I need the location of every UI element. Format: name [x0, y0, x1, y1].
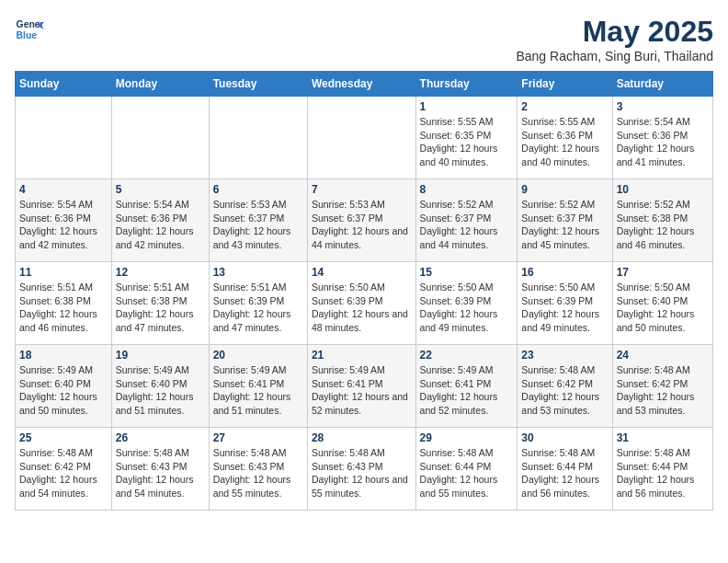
day-cell: 13Sunrise: 5:51 AMSunset: 6:39 PMDayligh…	[209, 262, 307, 345]
day-info: Sunrise: 5:48 AMSunset: 6:44 PMDaylight:…	[420, 446, 514, 500]
day-number: 11	[19, 266, 108, 279]
day-number: 16	[521, 266, 608, 279]
day-cell: 27Sunrise: 5:48 AMSunset: 6:43 PMDayligh…	[209, 428, 307, 511]
day-number: 6	[213, 183, 303, 196]
day-cell: 20Sunrise: 5:49 AMSunset: 6:41 PMDayligh…	[209, 345, 307, 428]
logo-icon: General Blue	[15, 15, 44, 44]
day-cell: 18Sunrise: 5:49 AMSunset: 6:40 PMDayligh…	[16, 345, 112, 428]
day-info: Sunrise: 5:51 AMSunset: 6:39 PMDaylight:…	[213, 281, 303, 335]
day-cell: 17Sunrise: 5:50 AMSunset: 6:40 PMDayligh…	[612, 262, 712, 345]
day-cell: 3Sunrise: 5:54 AMSunset: 6:36 PMDaylight…	[612, 97, 712, 179]
day-info: Sunrise: 5:48 AMSunset: 6:43 PMDaylight:…	[116, 446, 205, 500]
day-cell: 6Sunrise: 5:53 AMSunset: 6:37 PMDaylight…	[209, 179, 307, 262]
day-cell: 26Sunrise: 5:48 AMSunset: 6:43 PMDayligh…	[111, 428, 209, 511]
day-info: Sunrise: 5:48 AMSunset: 6:44 PMDaylight:…	[521, 446, 608, 500]
logo: General Blue	[15, 15, 44, 44]
week-row-5: 25Sunrise: 5:48 AMSunset: 6:42 PMDayligh…	[16, 428, 713, 511]
day-info: Sunrise: 5:49 AMSunset: 6:41 PMDaylight:…	[420, 363, 514, 418]
day-cell: 2Sunrise: 5:55 AMSunset: 6:36 PMDaylight…	[518, 97, 612, 179]
header-day-sunday: Sunday	[16, 72, 112, 97]
day-number: 28	[312, 431, 412, 444]
day-number: 30	[521, 431, 608, 444]
header-day-thursday: Thursday	[415, 72, 518, 97]
day-info: Sunrise: 5:49 AMSunset: 6:40 PMDaylight:…	[116, 363, 205, 418]
header-day-saturday: Saturday	[612, 72, 712, 97]
day-cell: 5Sunrise: 5:54 AMSunset: 6:36 PMDaylight…	[111, 179, 209, 262]
day-cell	[209, 97, 307, 179]
calendar-table: SundayMondayTuesdayWednesdayThursdayFrid…	[15, 71, 713, 511]
day-number: 7	[312, 183, 412, 196]
day-cell: 8Sunrise: 5:52 AMSunset: 6:37 PMDaylight…	[415, 179, 518, 262]
header-day-monday: Monday	[111, 72, 209, 97]
day-info: Sunrise: 5:48 AMSunset: 6:43 PMDaylight:…	[312, 446, 412, 500]
page-header: General Blue May 2025 Bang Racham, Sing …	[15, 15, 713, 63]
day-cell: 21Sunrise: 5:49 AMSunset: 6:41 PMDayligh…	[307, 345, 415, 428]
svg-text:Blue: Blue	[17, 30, 38, 40]
header-day-wednesday: Wednesday	[307, 72, 415, 97]
day-cell: 28Sunrise: 5:48 AMSunset: 6:43 PMDayligh…	[307, 428, 415, 511]
day-number: 4	[19, 183, 108, 196]
day-number: 19	[116, 349, 205, 362]
day-info: Sunrise: 5:53 AMSunset: 6:37 PMDaylight:…	[213, 198, 303, 252]
day-cell: 15Sunrise: 5:50 AMSunset: 6:39 PMDayligh…	[415, 262, 518, 345]
week-row-3: 11Sunrise: 5:51 AMSunset: 6:38 PMDayligh…	[16, 262, 713, 345]
day-info: Sunrise: 5:54 AMSunset: 6:36 PMDaylight:…	[116, 198, 205, 252]
week-row-2: 4Sunrise: 5:54 AMSunset: 6:36 PMDaylight…	[16, 179, 713, 262]
day-info: Sunrise: 5:50 AMSunset: 6:39 PMDaylight:…	[312, 281, 412, 335]
day-cell: 19Sunrise: 5:49 AMSunset: 6:40 PMDayligh…	[111, 345, 209, 428]
day-number: 17	[617, 266, 709, 279]
day-info: Sunrise: 5:49 AMSunset: 6:40 PMDaylight:…	[19, 363, 108, 418]
day-cell: 22Sunrise: 5:49 AMSunset: 6:41 PMDayligh…	[415, 345, 518, 428]
day-info: Sunrise: 5:53 AMSunset: 6:37 PMDaylight:…	[312, 198, 412, 252]
day-number: 25	[19, 431, 108, 444]
day-number: 12	[116, 266, 205, 279]
day-number: 20	[213, 349, 303, 362]
day-cell: 23Sunrise: 5:48 AMSunset: 6:42 PMDayligh…	[518, 345, 612, 428]
day-number: 31	[617, 431, 709, 444]
day-cell	[307, 97, 415, 179]
day-info: Sunrise: 5:52 AMSunset: 6:38 PMDaylight:…	[617, 198, 709, 252]
day-info: Sunrise: 5:48 AMSunset: 6:44 PMDaylight:…	[617, 446, 709, 500]
day-info: Sunrise: 5:48 AMSunset: 6:42 PMDaylight:…	[19, 446, 108, 500]
day-number: 1	[420, 100, 514, 113]
day-number: 14	[312, 266, 412, 279]
day-cell: 14Sunrise: 5:50 AMSunset: 6:39 PMDayligh…	[307, 262, 415, 345]
day-info: Sunrise: 5:48 AMSunset: 6:42 PMDaylight:…	[521, 363, 608, 418]
day-info: Sunrise: 5:52 AMSunset: 6:37 PMDaylight:…	[521, 198, 608, 252]
day-number: 29	[420, 431, 514, 444]
day-number: 21	[312, 349, 412, 362]
day-number: 2	[521, 100, 608, 113]
day-info: Sunrise: 5:52 AMSunset: 6:37 PMDaylight:…	[420, 198, 514, 252]
subtitle: Bang Racham, Sing Buri, Thailand	[516, 49, 713, 63]
day-cell	[16, 97, 112, 179]
day-cell: 31Sunrise: 5:48 AMSunset: 6:44 PMDayligh…	[612, 428, 712, 511]
day-cell: 12Sunrise: 5:51 AMSunset: 6:38 PMDayligh…	[111, 262, 209, 345]
day-info: Sunrise: 5:50 AMSunset: 6:39 PMDaylight:…	[420, 281, 514, 335]
day-number: 24	[617, 349, 709, 362]
day-number: 8	[420, 183, 514, 196]
day-cell	[111, 97, 209, 179]
calendar-header: SundayMondayTuesdayWednesdayThursdayFrid…	[16, 72, 713, 97]
day-info: Sunrise: 5:51 AMSunset: 6:38 PMDaylight:…	[19, 281, 108, 335]
day-info: Sunrise: 5:51 AMSunset: 6:38 PMDaylight:…	[116, 281, 205, 335]
day-number: 10	[617, 183, 709, 196]
day-info: Sunrise: 5:49 AMSunset: 6:41 PMDaylight:…	[213, 363, 303, 418]
day-number: 26	[116, 431, 205, 444]
day-number: 18	[19, 349, 108, 362]
day-info: Sunrise: 5:54 AMSunset: 6:36 PMDaylight:…	[617, 115, 709, 169]
day-number: 23	[521, 349, 608, 362]
header-day-tuesday: Tuesday	[209, 72, 307, 97]
day-info: Sunrise: 5:50 AMSunset: 6:40 PMDaylight:…	[617, 281, 709, 335]
calendar-body: 1Sunrise: 5:55 AMSunset: 6:35 PMDaylight…	[16, 97, 713, 511]
day-number: 13	[213, 266, 303, 279]
day-cell: 16Sunrise: 5:50 AMSunset: 6:39 PMDayligh…	[518, 262, 612, 345]
day-number: 15	[420, 266, 514, 279]
day-cell: 7Sunrise: 5:53 AMSunset: 6:37 PMDaylight…	[307, 179, 415, 262]
day-number: 5	[116, 183, 205, 196]
header-day-friday: Friday	[518, 72, 612, 97]
day-info: Sunrise: 5:55 AMSunset: 6:35 PMDaylight:…	[420, 115, 514, 169]
day-info: Sunrise: 5:55 AMSunset: 6:36 PMDaylight:…	[521, 115, 608, 169]
day-cell: 1Sunrise: 5:55 AMSunset: 6:35 PMDaylight…	[415, 97, 518, 179]
week-row-1: 1Sunrise: 5:55 AMSunset: 6:35 PMDaylight…	[16, 97, 713, 179]
day-number: 9	[521, 183, 608, 196]
